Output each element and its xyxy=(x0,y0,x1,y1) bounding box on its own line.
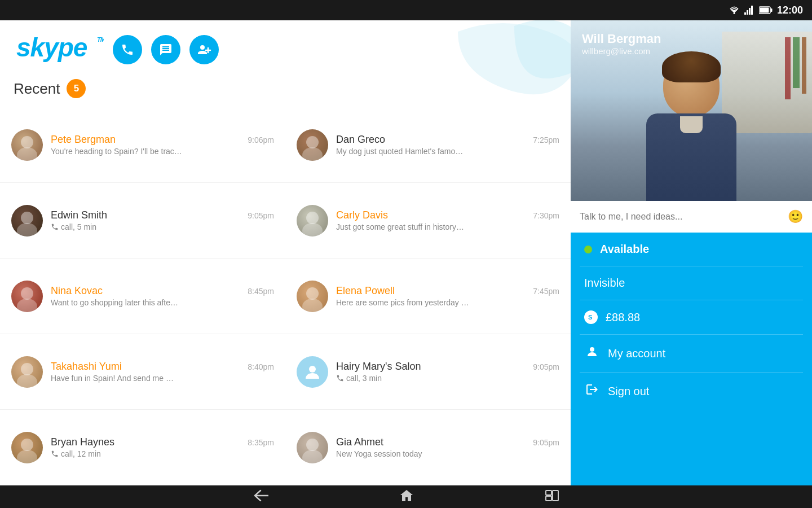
status-bar: 12:00 xyxy=(0,0,812,20)
contact-item[interactable]: Gia Ahmet 9:05pm New Yoga session today xyxy=(285,410,571,485)
avatar xyxy=(297,281,328,312)
svg-point-17 xyxy=(21,212,33,224)
avatar xyxy=(11,281,43,312)
svg-point-26 xyxy=(17,374,37,388)
profile-user-info: Will Bergman willberg@live.com xyxy=(582,32,661,56)
contact-preview: Just got some great stuff in history… xyxy=(336,222,559,231)
contact-item[interactable]: Hairy Mary's Salon 9:05pm call, 3 min xyxy=(285,334,571,410)
svg-point-0 xyxy=(733,12,735,14)
contact-info: Elena Powell 7:45pm Here are some pics f… xyxy=(336,285,559,307)
contact-item[interactable]: Pete Bergman 9:06pm You're heading to Sp… xyxy=(0,107,285,183)
svg-point-29 xyxy=(17,450,37,463)
contact-preview: Here are some pics from yesterday … xyxy=(336,298,559,307)
available-status-row[interactable]: Available xyxy=(571,233,812,266)
contact-time: 9:05pm xyxy=(533,438,559,447)
skype-logo: skype TM xyxy=(14,32,104,68)
contact-info: Takahashi Yumi 8:40pm Have fun in Spain!… xyxy=(51,361,274,383)
contact-time: 9:05pm xyxy=(533,362,559,371)
contact-time: 9:06pm xyxy=(248,135,274,144)
avatar xyxy=(11,129,43,161)
avatar xyxy=(297,356,328,388)
contact-preview: My dog just quoted Hamlet's famo… xyxy=(336,147,559,156)
recent-badge: 5 xyxy=(67,79,86,98)
recent-label: Recent xyxy=(14,80,60,98)
svg-rect-36 xyxy=(546,496,551,501)
svg-point-25 xyxy=(21,363,33,375)
skype-header: skype TM xyxy=(0,20,571,73)
svg-rect-7 xyxy=(770,8,772,12)
svg-rect-1 xyxy=(744,12,746,15)
svg-point-13 xyxy=(21,136,33,148)
contact-item[interactable]: Edwin Smith 9:05pm call, 5 min xyxy=(0,183,285,259)
nav-bar xyxy=(0,485,812,508)
svg-rect-34 xyxy=(546,491,551,495)
svg-point-10 xyxy=(200,45,205,50)
chat-button[interactable] xyxy=(151,35,180,64)
credit-amount: £88.88 xyxy=(606,311,640,324)
contact-name: Dan Greco xyxy=(336,134,385,146)
my-account-row[interactable]: My account xyxy=(571,335,812,372)
my-account-label: My account xyxy=(608,347,665,360)
mood-input[interactable] xyxy=(580,212,788,222)
skype-panel: skype TM xyxy=(0,20,571,485)
contact-preview: New Yoga session today xyxy=(336,449,559,458)
contact-name: Pete Bergman xyxy=(51,134,116,146)
sign-out-row[interactable]: Sign out xyxy=(571,373,812,410)
contact-item[interactable]: Nina Kovac 8:45pm Want to go shopping la… xyxy=(0,259,285,334)
contact-name: Gia Ahmet xyxy=(336,436,383,448)
contact-info: Carly Davis 7:30pm Just got some great s… xyxy=(336,209,559,231)
svg-rect-3 xyxy=(749,8,751,15)
svg-point-28 xyxy=(21,439,33,451)
account-icon xyxy=(584,345,600,362)
signal-icon xyxy=(744,6,754,15)
contact-preview: call, 5 min xyxy=(51,222,274,231)
contacts-grid: Pete Bergman 9:06pm You're heading to Sp… xyxy=(0,107,571,485)
skype-credit-icon: S xyxy=(584,310,598,324)
avatar xyxy=(11,432,43,463)
svg-point-18 xyxy=(17,223,37,237)
profile-email: willberg@live.com xyxy=(582,46,661,56)
contact-time: 8:40pm xyxy=(248,362,274,371)
home-button[interactable] xyxy=(390,484,423,509)
svg-point-19 xyxy=(306,212,319,224)
contact-item[interactable]: Elena Powell 7:45pm Here are some pics f… xyxy=(285,259,571,334)
contact-time: 8:35pm xyxy=(248,438,274,447)
avatar xyxy=(297,129,328,161)
contact-name: Hairy Mary's Salon xyxy=(336,361,421,373)
svg-point-33 xyxy=(590,347,594,352)
contact-preview: Want to go shopping later this afte… xyxy=(51,298,274,307)
svg-point-23 xyxy=(306,287,319,300)
contact-item[interactable]: Takahashi Yumi 8:40pm Have fun in Spain!… xyxy=(0,334,285,410)
svg-text:TM: TM xyxy=(97,36,104,43)
avatar xyxy=(11,205,43,237)
svg-text:S: S xyxy=(588,314,592,321)
contact-preview: You're heading to Spain? I'll be trac… xyxy=(51,147,274,156)
status-icons: 12:00 xyxy=(729,5,803,16)
contact-time: 7:30pm xyxy=(533,211,559,220)
svg-rect-4 xyxy=(751,6,753,15)
contact-time: 7:45pm xyxy=(533,287,559,296)
contact-info: Gia Ahmet 9:05pm New Yoga session today xyxy=(336,436,559,458)
battery-icon xyxy=(759,6,773,14)
add-contact-button[interactable] xyxy=(189,35,219,64)
contact-info: Nina Kovac 8:45pm Want to go shopping la… xyxy=(51,285,274,307)
contact-preview: Have fun in Spain! And send me … xyxy=(51,374,274,383)
contact-time: 8:45pm xyxy=(248,287,274,296)
recent-header: Recent 5 xyxy=(0,73,571,107)
profile-panel: Will Bergman willberg@live.com 🙂 Availab… xyxy=(571,20,812,485)
contact-item[interactable]: Bryan Haynes 8:35pm call, 12 min xyxy=(0,410,285,485)
svg-point-24 xyxy=(302,299,323,312)
invisible-status-row[interactable]: Invisible xyxy=(571,266,812,300)
contact-item[interactable]: Carly Davis 7:30pm Just got some great s… xyxy=(285,183,571,259)
recents-button[interactable] xyxy=(536,485,568,509)
contact-info: Bryan Haynes 8:35pm call, 12 min xyxy=(51,436,274,458)
svg-point-27 xyxy=(309,366,316,373)
emoji-icon: 🙂 xyxy=(788,209,803,224)
call-button[interactable] xyxy=(113,35,142,64)
mood-input-row[interactable]: 🙂 xyxy=(571,201,812,233)
contact-name: Takahashi Yumi xyxy=(51,361,122,373)
contact-item[interactable]: Dan Greco 7:25pm My dog just quoted Haml… xyxy=(285,107,571,183)
credit-row[interactable]: S £88.88 xyxy=(571,300,812,334)
svg-rect-2 xyxy=(747,10,748,15)
back-button[interactable] xyxy=(244,485,277,509)
